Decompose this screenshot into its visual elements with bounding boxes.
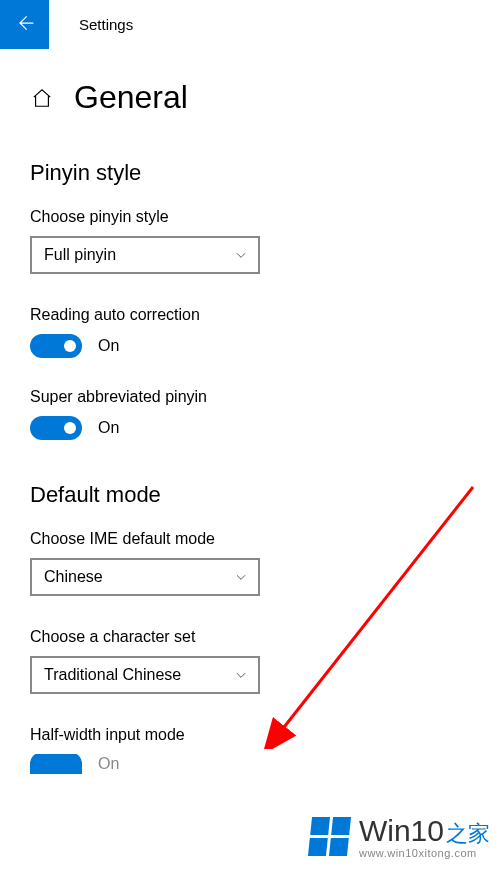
arrow-left-icon xyxy=(15,13,35,37)
halfwidth-state: On xyxy=(98,755,119,773)
charset-dropdown[interactable]: Traditional Chinese xyxy=(30,656,260,694)
watermark-brand2: 之家 xyxy=(446,819,490,849)
home-icon[interactable] xyxy=(30,86,54,110)
app-title: Settings xyxy=(49,16,133,33)
reading-correction-toggle[interactable] xyxy=(30,334,82,358)
section-header-pinyin: Pinyin style xyxy=(30,160,470,186)
super-abbrev-toggle[interactable] xyxy=(30,416,82,440)
charset-value: Traditional Chinese xyxy=(44,666,181,684)
super-abbrev-row: On xyxy=(30,416,470,440)
choose-pinyin-dropdown[interactable]: Full pinyin xyxy=(30,236,260,274)
watermark-text: Win10 之家 www.win10xitong.com xyxy=(359,814,490,859)
chevron-down-icon xyxy=(234,668,248,682)
halfwidth-toggle[interactable] xyxy=(30,754,82,774)
ime-default-value: Chinese xyxy=(44,568,103,586)
page-header: General xyxy=(30,79,470,116)
chevron-down-icon xyxy=(234,570,248,584)
content-area: General Pinyin style Choose pinyin style… xyxy=(0,49,500,774)
reading-correction-row: On xyxy=(30,334,470,358)
watermark-brand1: Win10 xyxy=(359,814,444,848)
ime-default-label: Choose IME default mode xyxy=(30,530,470,548)
chevron-down-icon xyxy=(234,248,248,262)
watermark: Win10 之家 www.win10xitong.com xyxy=(310,814,490,859)
windows-logo-icon xyxy=(308,817,351,856)
reading-correction-label: Reading auto correction xyxy=(30,306,470,324)
choose-pinyin-label: Choose pinyin style xyxy=(30,208,470,226)
super-abbrev-label: Super abbreviated pinyin xyxy=(30,388,470,406)
back-button[interactable] xyxy=(0,0,49,49)
super-abbrev-state: On xyxy=(98,419,119,437)
choose-pinyin-value: Full pinyin xyxy=(44,246,116,264)
titlebar: Settings xyxy=(0,0,500,49)
section-header-default: Default mode xyxy=(30,482,470,508)
watermark-url: www.win10xitong.com xyxy=(359,847,477,859)
ime-default-dropdown[interactable]: Chinese xyxy=(30,558,260,596)
halfwidth-label: Half-width input mode xyxy=(30,726,470,744)
reading-correction-state: On xyxy=(98,337,119,355)
page-title: General xyxy=(74,79,188,116)
halfwidth-row: On xyxy=(30,754,470,774)
charset-label: Choose a character set xyxy=(30,628,470,646)
